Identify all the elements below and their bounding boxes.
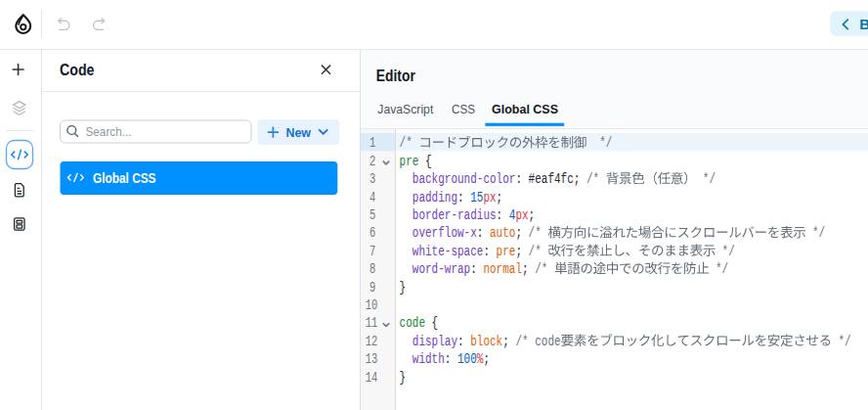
- svg-text:Code: Code: [60, 61, 95, 78]
- svg-text:;: ;: [529, 206, 536, 224]
- svg-text:px: px: [515, 206, 528, 224]
- svg-text:*/: */: [838, 333, 850, 350]
- svg-text::: :: [483, 243, 490, 260]
- svg-text:px: px: [483, 189, 496, 206]
- svg-text::: :: [477, 224, 484, 242]
- svg-text:width: width: [412, 350, 445, 368]
- svg-text:15: 15: [470, 189, 483, 206]
- svg-text:white-space: white-space: [412, 243, 484, 260]
- svg-text:pre: pre: [497, 243, 516, 260]
- svg-text:auto: auto: [490, 224, 515, 242]
- svg-text:overflow-x: overflow-x: [412, 224, 477, 242]
- svg-text:;: ;: [502, 333, 509, 350]
- svg-text:Global CSS: Global CSS: [93, 170, 156, 186]
- svg-text:Global CSS: Global CSS: [492, 102, 558, 116]
- svg-text:CSS: CSS: [452, 102, 475, 116]
- svg-text:100: 100: [457, 350, 477, 368]
- svg-text:*/: */: [599, 134, 612, 152]
- svg-text:8: 8: [369, 260, 375, 278]
- svg-text:}: }: [400, 279, 407, 296]
- svg-text:;: ;: [483, 350, 490, 368]
- svg-text:background-color: background-color: [412, 170, 516, 188]
- svg-text:{: {: [432, 314, 439, 332]
- svg-text:New: New: [286, 125, 312, 140]
- svg-text::: :: [470, 260, 477, 278]
- svg-text:13: 13: [366, 350, 378, 368]
- svg-text:5: 5: [369, 206, 375, 224]
- svg-text:/*: /*: [400, 134, 412, 152]
- svg-text::: :: [515, 170, 522, 188]
- svg-text:*/: */: [812, 224, 825, 242]
- svg-text:pre: pre: [400, 153, 419, 170]
- svg-text:;: ;: [522, 260, 529, 278]
- svg-text:block: block: [470, 333, 502, 350]
- svg-text:4: 4: [369, 189, 375, 206]
- svg-text:/*: /*: [529, 243, 542, 260]
- svg-text:{: {: [425, 153, 432, 170]
- svg-text:normal: normal: [483, 260, 522, 278]
- svg-text:6: 6: [369, 224, 375, 242]
- svg-text:Search...: Search...: [86, 124, 132, 139]
- svg-text:word-wrap: word-wrap: [412, 260, 470, 278]
- svg-text:;: ;: [574, 170, 581, 188]
- svg-text:Editor: Editor: [376, 67, 416, 84]
- svg-text:border-radius: border-radius: [412, 206, 497, 224]
- svg-text::: :: [497, 206, 503, 224]
- svg-text:/*: /*: [535, 260, 547, 278]
- svg-text:#eaf4fc: #eaf4fc: [529, 170, 574, 188]
- svg-text:code: code: [400, 314, 425, 332]
- svg-text::: :: [445, 350, 452, 368]
- svg-text:2: 2: [369, 153, 375, 170]
- svg-text:;: ;: [497, 189, 503, 206]
- svg-text:3: 3: [369, 170, 375, 188]
- svg-text:code: code: [535, 333, 560, 350]
- svg-text:;: ;: [515, 224, 522, 242]
- svg-text:9: 9: [369, 279, 375, 296]
- svg-text:1: 1: [369, 134, 375, 152]
- svg-text:*/: */: [716, 260, 728, 278]
- svg-text:*/: */: [703, 170, 716, 188]
- svg-text:12: 12: [366, 333, 378, 350]
- svg-text:11: 11: [366, 314, 378, 332]
- svg-text:JavaScript: JavaScript: [377, 102, 433, 116]
- svg-text:Ba: Ba: [859, 16, 868, 32]
- svg-text:display: display: [412, 333, 457, 350]
- svg-text:/*: /*: [586, 170, 599, 188]
- svg-text:10: 10: [366, 296, 378, 314]
- svg-text:14: 14: [366, 369, 378, 387]
- svg-text:padding: padding: [412, 189, 457, 206]
- svg-text:}: }: [400, 369, 407, 387]
- svg-text::: :: [457, 333, 464, 350]
- svg-text:/*: /*: [515, 333, 528, 350]
- svg-text::: :: [457, 189, 464, 206]
- svg-text:/*: /*: [529, 224, 542, 242]
- svg-text:;: ;: [515, 243, 522, 260]
- svg-text:*/: */: [722, 243, 735, 260]
- svg-text:7: 7: [369, 243, 375, 260]
